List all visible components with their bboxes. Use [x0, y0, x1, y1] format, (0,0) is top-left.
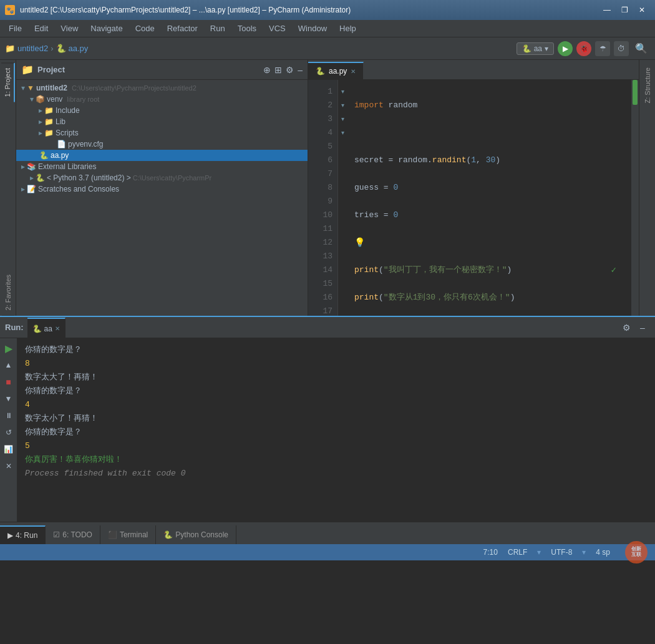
py-icon-python37: 🐍 [36, 173, 45, 182]
arrow-scripts: ▸ [39, 129, 42, 137]
breadcrumb-aapy[interactable]: aa.py [69, 44, 89, 53]
bottom-tab-python[interactable]: 🐍 Python Console [156, 525, 236, 544]
run-panel-header: Run: 🐍 aa ✕ ⚙ – [0, 317, 655, 338]
menu-navigate[interactable]: Navigate [84, 21, 129, 36]
bottom-tab-terminal[interactable]: ⬛ Terminal [100, 525, 156, 544]
dropdown-icon: ▾ [545, 44, 548, 53]
project-settings-icon[interactable]: ⚙ [286, 65, 294, 75]
run-stop-button[interactable]: ■ [1, 374, 16, 389]
debug-button[interactable]: 🐞 [576, 41, 591, 56]
run-tab-aa[interactable]: 🐍 aa ✕ [27, 318, 66, 339]
menu-tools[interactable]: Tools [231, 21, 263, 36]
label-untitled2: untitled2 [36, 84, 67, 92]
tree-item-aapy[interactable]: 🐍 aa.py [16, 150, 308, 161]
run-pause-button[interactable]: ⏸ [1, 408, 16, 423]
editor-scrollbar[interactable] [631, 80, 639, 316]
run-rerun-button[interactable]: ↺ [1, 425, 16, 440]
path-python37: C:\Users\catty\PycharmPr [133, 174, 212, 182]
tree-item-scratches[interactable]: ▸ 📝 Scratches and Consoles [16, 183, 308, 195]
path-untitled2: C:\Users\catty\PycharmProjects\untitled2 [72, 84, 196, 92]
breadcrumb-untitled2[interactable]: untitled2 [17, 44, 48, 53]
coverage-button[interactable]: ☂ [595, 41, 610, 56]
menu-view[interactable]: View [54, 21, 84, 36]
menu-window[interactable]: Window [292, 21, 333, 36]
py-icon-aapy: 🐍 [39, 151, 49, 160]
menu-code[interactable]: Code [129, 21, 161, 36]
fold-22[interactable]: ▾ [338, 126, 347, 140]
output-line-6: 数字太小了！再猜！ [25, 412, 648, 426]
fold-17[interactable]: ▾ [338, 99, 347, 112]
minimize-button[interactable]: — [599, 3, 615, 17]
search-button[interactable]: 🔍 [633, 40, 650, 57]
menu-file[interactable]: File [2, 21, 28, 36]
coverage-icon: ☂ [599, 44, 606, 53]
status-encoding[interactable]: UTF-8 [551, 548, 572, 557]
bottom-tab-todo-label: 6: TODO [62, 530, 92, 539]
tab-close-aapy[interactable]: ✕ [351, 68, 356, 75]
fold-10[interactable]: ▾ [338, 85, 347, 99]
status-sep2: ▾ [582, 548, 586, 557]
menu-vcs[interactable]: VCS [263, 21, 292, 36]
folder-icon-include: 📁 [44, 106, 54, 115]
run-down-button[interactable]: ▼ [1, 391, 16, 406]
label-pyvenv: pyvenv.cfg [68, 140, 103, 149]
left-sidebar-tabs: 1: Project 2: Favorites [0, 60, 16, 316]
code-line-5: tries = 0 [354, 208, 624, 222]
tree-item-pyvenv[interactable]: 📄 pyvenv.cfg [16, 139, 308, 150]
tree-item-python37[interactable]: ▸ 🐍 < Python 3.7 (untitled2) > C:\Users\… [16, 172, 308, 183]
project-add-icon[interactable]: ⊕ [263, 65, 271, 75]
sidebar-tab-favorites[interactable]: 2: Favorites [2, 270, 14, 316]
project-layout-icon[interactable]: ⊞ [274, 65, 282, 75]
code-line-1: import random [354, 99, 624, 112]
menu-refactor[interactable]: Refactor [161, 21, 204, 36]
tree-item-include[interactable]: ▸ 📁 Include [16, 105, 308, 116]
bottom-tab-todo-icon: ☑ [53, 530, 60, 539]
menu-help[interactable]: Help [333, 21, 362, 36]
run-config-selector[interactable]: 🐍 aa ▾ [517, 42, 554, 55]
run-close-tool[interactable]: ✕ [1, 459, 16, 474]
menu-edit[interactable]: Edit [28, 21, 54, 36]
status-position[interactable]: 7:10 [483, 548, 498, 557]
fold-20[interactable]: ▾ [338, 112, 347, 126]
run-minimize-button[interactable]: – [635, 320, 650, 335]
tree-item-lib[interactable]: ▸ 📁 Lib [16, 116, 308, 127]
tree-item-venv[interactable]: ▾ 📦 venv library root [16, 94, 308, 105]
status-indent[interactable]: 4 sp [596, 548, 610, 557]
tree-item-scripts[interactable]: ▸ 📁 Scripts [16, 127, 308, 139]
run-label: Run: [5, 323, 24, 332]
close-button[interactable]: ✕ [634, 3, 650, 17]
arrow-extlibs: ▸ [21, 162, 25, 171]
bottom-tab-terminal-icon: ⬛ [108, 530, 117, 539]
editor-tab-aapy[interactable]: 🐍 aa.py ✕ [308, 62, 364, 79]
run-tab-close-aa[interactable]: ✕ [55, 325, 60, 332]
output-line-8: 5 [25, 439, 648, 453]
code-line-6: 💡 [354, 236, 624, 250]
profile-button[interactable]: ⏱ [614, 41, 629, 56]
run-dump-button[interactable]: 📊 [1, 442, 16, 457]
app-icon: 🐾 [5, 5, 15, 15]
run-up-button[interactable]: ▲ [1, 358, 16, 373]
bottom-tab-run[interactable]: ▶ 4: Run [0, 525, 46, 544]
fold-markers: ▾ ▾ ▾ ▾ [338, 80, 347, 316]
output-line-2: 8 [25, 357, 648, 371]
project-close-icon[interactable]: – [298, 65, 303, 75]
right-sidebar-tabs: Z: Structure [639, 60, 655, 316]
statusbar: 7:10 CRLF ▾ UTF-8 ▾ 4 sp 创新互联 [0, 544, 655, 560]
arrow-lib: ▸ [39, 117, 42, 126]
file-icon: 🐍 [56, 44, 66, 53]
sidebar-tab-project[interactable]: 1: Project [1, 62, 15, 102]
tree-item-extlibs[interactable]: ▸ 📚 External Libraries [16, 161, 308, 172]
code-line-3: secret = random.randint(1, 30) [354, 154, 624, 167]
maximize-button[interactable]: ❐ [616, 3, 633, 17]
bottom-tab-todo[interactable]: ☑ 6: TODO [46, 525, 100, 544]
editor-area: 🐍 aa.py ✕ 123456789101112131415161718192… [308, 60, 639, 316]
sidebar-tab-structure[interactable]: Z: Structure [641, 62, 654, 108]
tree-item-untitled2[interactable]: ▾ ▼ untitled2 C:\Users\catty\PycharmProj… [16, 82, 308, 94]
run-settings-button[interactable]: ⚙ [619, 320, 634, 335]
status-crlf[interactable]: CRLF [508, 548, 527, 557]
run-button[interactable]: ▶ [558, 41, 573, 56]
tab-label-aapy: aa.py [329, 67, 347, 76]
menu-run[interactable]: Run [204, 21, 231, 36]
run-play-tool[interactable]: ▶ [1, 341, 16, 356]
code-content[interactable]: import random secret = random.randint(1,… [347, 80, 631, 316]
